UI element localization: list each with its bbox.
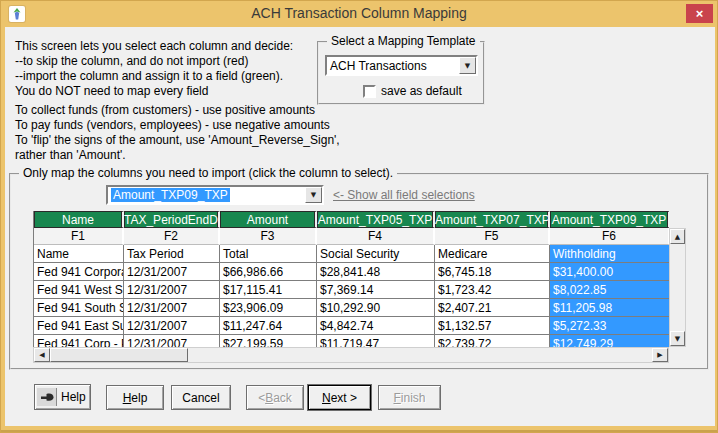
grid-cell[interactable]: Withholding [550, 245, 669, 263]
context-help-label: Help [61, 390, 86, 404]
grid-cell[interactable]: 12/31/2007 [124, 281, 220, 299]
next-button[interactable]: Next > [308, 385, 371, 410]
grid-header-row: NameTAX_PeriodEndDaAmountAmount_TXP05_TX… [34, 211, 669, 228]
grid-cell[interactable]: $10,292.90 [317, 299, 435, 317]
help-hand-icon [37, 388, 57, 406]
grid-data-row: Fed 941 South Su12/31/2007$23,906.09$10,… [34, 299, 669, 317]
horizontal-scrollbar[interactable]: ◀ ▶ [33, 347, 669, 363]
grid-cell[interactable]: $1,723.42 [435, 281, 550, 299]
grid-cell[interactable]: Social Security [317, 245, 435, 263]
back-button: < Back [246, 385, 304, 410]
mapping-template-combo-value: ACH Transactions [327, 59, 459, 73]
grid-cell[interactable]: Amount [220, 211, 317, 228]
horizontal-scrollbar-track[interactable] [188, 348, 652, 362]
dialog-window: ACH Transaction Column Mapping × This sc… [0, 0, 718, 433]
scroll-left-icon[interactable]: ◀ [34, 348, 50, 362]
grid-cell[interactable]: Fed 941 West Sub [34, 281, 124, 299]
grid-cell[interactable]: F2 [124, 228, 220, 245]
cancel-button[interactable]: Cancel [171, 385, 231, 410]
intro-block-1: This screen lets you select each column … [15, 39, 293, 99]
grid-cell[interactable]: $66,986.66 [220, 263, 317, 281]
grid-field-row: F1F2F3F4F5F6 [34, 228, 669, 245]
grid-cell[interactable]: Medicare [435, 245, 550, 263]
grid-cell[interactable]: Name [34, 211, 124, 228]
instruction-line: --to skip the column, and do not import … [15, 54, 293, 69]
grid-cell[interactable]: 12/31/2007 [124, 317, 220, 335]
instruction-line: rather than 'Amount'. [15, 148, 340, 163]
finish-button: Finish [378, 385, 441, 410]
grid-cell[interactable]: $27,199.59 [220, 335, 317, 347]
close-button[interactable]: × [686, 4, 713, 23]
grid-cell[interactable]: $2,407.21 [435, 299, 550, 317]
field-selection-combo[interactable]: Amount_TXP09_TXP ▼ [106, 185, 324, 205]
chevron-down-icon[interactable]: ▼ [305, 187, 322, 203]
grid-cell[interactable]: Amount_TXP05_TXP [317, 211, 435, 228]
grid-cell[interactable]: $8,022.85 [550, 281, 669, 299]
grid-data-row: Fed 941 East Sub:12/31/2007$11,247.64$4,… [34, 317, 669, 335]
grid-cell[interactable]: Fed 941 East Sub: [34, 317, 124, 335]
grid-cell[interactable]: F1 [34, 228, 124, 245]
field-selection-combo-value: Amount_TXP09_TXP [111, 188, 230, 202]
mapping-template-groupbox: Select a Mapping Template ACH Transactio… [317, 41, 485, 105]
grid-cell[interactable]: Total [220, 245, 317, 263]
grid-data-row: NameTax PeriodTotalSocial SecurityMedica… [34, 245, 669, 263]
close-icon: × [696, 6, 704, 21]
dialog-client-area: This screen lets you select each column … [5, 27, 715, 426]
grid-cell[interactable]: F4 [317, 228, 435, 245]
show-all-field-selections-link[interactable]: <- Show all field selections [333, 188, 475, 202]
grid-cell[interactable]: $11,719.47 [317, 335, 435, 347]
grid-cell[interactable]: F3 [220, 228, 317, 245]
grid-cell[interactable]: 12/31/2007 [124, 263, 220, 281]
grid-cell[interactable]: $2,739.72 [435, 335, 550, 347]
mapping-template-combo[interactable]: ACH Transactions ▼ [325, 55, 478, 76]
grid-cell[interactable]: $6,745.18 [435, 263, 550, 281]
instruction-line: --import the column and assign it to a f… [15, 69, 293, 84]
save-default-label: save as default [381, 84, 462, 98]
instruction-line: To collect funds (from customers) - use … [15, 103, 340, 118]
intro-block-2: To collect funds (from customers) - use … [15, 103, 340, 163]
column-mapping-grid: NameTAX_PeriodEndDaAmountAmount_TXP05_TX… [33, 211, 686, 363]
grid-cell[interactable]: $1,132.57 [435, 317, 550, 335]
grid-cell[interactable]: $4,842.74 [317, 317, 435, 335]
vertical-scrollbar[interactable]: ▲ ▼ [669, 228, 686, 347]
grid-cell[interactable]: $5,272.33 [550, 317, 669, 335]
title-bar: ACH Transaction Column Mapping × [1, 1, 717, 27]
help-button[interactable]: Help [106, 385, 164, 410]
grid-cell[interactable]: $12,749.29 [550, 335, 669, 347]
grid-cell[interactable]: 12/31/2007 [124, 299, 220, 317]
grid-cell[interactable]: F5 [435, 228, 550, 245]
grid-data-row: Fed 941 Corporate12/31/2007$66,986.66$28… [34, 263, 669, 281]
window-title: ACH Transaction Column Mapping [1, 5, 717, 21]
grid-cell[interactable]: Name [34, 245, 124, 263]
grid-cell[interactable]: $31,400.00 [550, 263, 669, 281]
grid-cell[interactable]: Tax Period [124, 245, 220, 263]
save-default-checkbox[interactable] [363, 85, 376, 98]
grid-data-row: Fed 941 Corp - Pa12/31/2007$27,199.59$11… [34, 335, 669, 347]
scroll-right-icon[interactable]: ▶ [652, 348, 668, 362]
grid-cell[interactable]: Amount_TXP09_TXP [550, 211, 669, 228]
instruction-line: You do NOT need to map every field [15, 84, 293, 99]
grid-cell[interactable]: $23,906.09 [220, 299, 317, 317]
scroll-up-icon[interactable]: ▲ [670, 229, 685, 244]
grid-cell[interactable]: F6 [550, 228, 669, 245]
scroll-down-icon[interactable]: ▼ [670, 331, 685, 346]
grid-cell[interactable]: $17,115.41 [220, 281, 317, 299]
mapping-template-legend: Select a Mapping Template [327, 34, 480, 48]
grid-rows: NameTAX_PeriodEndDaAmountAmount_TXP05_TX… [33, 211, 669, 347]
grid-cell[interactable]: $28,841.48 [317, 263, 435, 281]
grid-cell[interactable]: Fed 941 South Su [34, 299, 124, 317]
grid-data-row: Fed 941 West Sub12/31/2007$17,115.41$7,3… [34, 281, 669, 299]
grid-cell[interactable]: $11,247.64 [220, 317, 317, 335]
grid-cell[interactable]: 12/31/2007 [124, 335, 220, 347]
instruction-line: This screen lets you select each column … [15, 39, 293, 54]
grid-cell[interactable]: Fed 941 Corporate [34, 263, 124, 281]
context-help-button[interactable]: Help [34, 384, 91, 410]
chevron-down-icon[interactable]: ▼ [459, 57, 476, 74]
column-mapping-legend: Only map the columns you need to import … [19, 166, 397, 180]
grid-cell[interactable]: Amount_TXP07_TXP [435, 211, 550, 228]
grid-cell[interactable]: $7,369.14 [317, 281, 435, 299]
horizontal-scrollbar-thumb[interactable] [50, 348, 188, 362]
grid-cell[interactable]: Fed 941 Corp - Pa [34, 335, 124, 347]
grid-cell[interactable]: TAX_PeriodEndDa [124, 211, 220, 228]
grid-cell[interactable]: $11,205.98 [550, 299, 669, 317]
